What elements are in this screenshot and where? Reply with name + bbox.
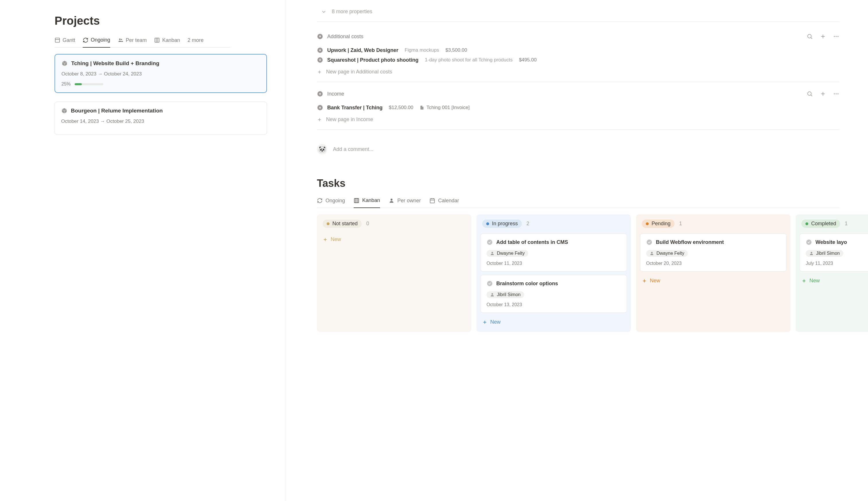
- task-card[interactable]: Website layo Jibril Simon July 11, 2023: [800, 234, 868, 271]
- kanban-new-completed[interactable]: New: [800, 275, 868, 287]
- svg-point-14: [838, 36, 839, 37]
- svg-rect-30: [354, 198, 359, 203]
- more-views[interactable]: 2 more: [188, 37, 203, 47]
- plus-icon[interactable]: [820, 33, 826, 40]
- tasks-tab-label: Kanban: [362, 198, 380, 203]
- task-owner: Dwayne Felty: [487, 250, 528, 257]
- new-label: New: [490, 319, 500, 325]
- svg-point-46: [647, 239, 652, 245]
- ongoing-icon: [83, 37, 88, 43]
- more-icon[interactable]: [833, 91, 839, 97]
- tab-ongoing[interactable]: Ongoing: [83, 37, 110, 47]
- income-file[interactable]: Tching 001 [Invoice]: [420, 105, 469, 110]
- task-owner: Jibril Simon: [806, 250, 843, 257]
- tab-per-team[interactable]: Per team: [118, 37, 147, 47]
- tasks-tab-ongoing[interactable]: Ongoing: [317, 198, 345, 208]
- task-card[interactable]: Brainstorm color options Jibril Simon Oc…: [480, 275, 627, 313]
- search-icon[interactable]: [807, 91, 813, 97]
- svg-point-51: [811, 252, 812, 253]
- kanban-icon: [353, 198, 359, 203]
- status-pill-pending[interactable]: Pending: [642, 220, 675, 228]
- svg-rect-0: [55, 38, 60, 42]
- cost-amount: $3,500.00: [445, 47, 467, 53]
- task-card[interactable]: Add table of contents in CMS Dwayne Felt…: [480, 234, 627, 271]
- tasks-tab-per-owner[interactable]: Per owner: [389, 198, 421, 208]
- cost-title: Upwork | Zaid, Web Designer: [327, 47, 399, 53]
- gantt-icon: [54, 37, 60, 43]
- status-pill-not-started[interactable]: Not started: [322, 220, 362, 228]
- comment-placeholder: Add a comment...: [333, 146, 373, 152]
- cost-title: Squareshot | Product photo shooting: [327, 57, 419, 63]
- task-date: October 11, 2023: [487, 261, 621, 266]
- project-card-bourgeon[interactable]: Bourgeon | Relume Implementation October…: [54, 102, 267, 135]
- tasks-tab-label: Per owner: [397, 198, 421, 204]
- person-icon: [389, 198, 394, 203]
- projects-view-tabs: Gantt Ongoing Per team Kanban 2 more: [54, 37, 231, 47]
- plus-icon: [317, 70, 322, 75]
- income-header[interactable]: Income: [317, 91, 839, 97]
- comment-row[interactable]: 🐼 Add a comment...: [317, 138, 839, 166]
- income-section: Income Bank Transfer | Tching $12,500.00…: [317, 91, 839, 130]
- check-circle-icon: [487, 280, 493, 287]
- task-owner: Jibril Simon: [487, 291, 524, 298]
- kanban-new-pending[interactable]: New: [640, 275, 786, 287]
- new-page-income[interactable]: New page in Income: [317, 113, 839, 127]
- person-icon: [649, 251, 654, 256]
- projects-panel: Projects Gantt Ongoing Per team Kanban 2…: [0, 0, 285, 501]
- status-dot: [327, 222, 329, 225]
- arrow-down-circle-icon: [317, 47, 323, 53]
- owner-name: Dwayne Felty: [497, 251, 525, 256]
- task-date: October 20, 2023: [646, 261, 781, 266]
- svg-point-26: [838, 93, 839, 94]
- plus-icon: [322, 237, 328, 242]
- kanban-new-not-started[interactable]: New: [321, 234, 467, 245]
- task-date: July 11, 2023: [806, 261, 868, 266]
- additional-costs-section: Additional costs Upwork | Zaid, Web Desi…: [317, 33, 839, 82]
- tab-gantt[interactable]: Gantt: [54, 37, 75, 47]
- svg-point-47: [651, 252, 653, 253]
- more-properties-toggle[interactable]: 8 more properties: [317, 6, 839, 22]
- cost-row-squareshot[interactable]: Squareshot | Product photo shooting 1-da…: [317, 55, 839, 65]
- tab-kanban[interactable]: Kanban: [154, 37, 180, 47]
- projects-title: Projects: [54, 14, 231, 27]
- project-card-title-text: Bourgeon | Relume Implementation: [71, 108, 163, 114]
- additional-costs-header[interactable]: Additional costs: [317, 33, 839, 40]
- cost-meta: Figma mockups: [405, 47, 439, 53]
- kanban-col-pending: Pending 1 Build Webflow environment Dway…: [636, 214, 791, 332]
- check-circle-icon: [806, 239, 812, 245]
- income-row-bank-transfer[interactable]: Bank Transfer | Tching $12,500.00 Tching…: [317, 103, 839, 113]
- svg-point-40: [487, 239, 492, 245]
- task-card[interactable]: Build Webflow environment Dwayne Felty O…: [640, 234, 786, 271]
- income-title: Bank Transfer | Tching: [327, 105, 383, 111]
- new-label: New: [650, 278, 660, 284]
- svg-rect-34: [430, 199, 435, 203]
- kanban-board: Not started 0 New In progress 2: [317, 214, 839, 332]
- cost-amount: $495.00: [519, 57, 537, 63]
- project-progress-pct: 25%: [61, 82, 71, 87]
- file-icon: [420, 105, 424, 110]
- owner-name: Jibril Simon: [816, 251, 840, 256]
- plus-icon[interactable]: [820, 91, 826, 97]
- more-icon[interactable]: [833, 33, 839, 40]
- arrow-up-circle-icon: [317, 91, 323, 97]
- project-card-tching[interactable]: Tching | Website Build + Branding Octobe…: [54, 54, 267, 93]
- owner-name: Dwayne Felty: [656, 251, 684, 256]
- search-icon[interactable]: [807, 33, 813, 40]
- status-pill-completed[interactable]: Completed: [802, 220, 840, 228]
- tasks-view-tabs: Ongoing Kanban Per owner Calendar: [317, 198, 839, 208]
- status-pill-in-progress[interactable]: In progress: [482, 220, 522, 228]
- svg-point-50: [806, 239, 812, 245]
- kanban-new-in-progress[interactable]: New: [480, 316, 627, 328]
- tasks-tab-kanban[interactable]: Kanban: [353, 198, 380, 208]
- svg-rect-4: [155, 38, 159, 42]
- new-page-additional-costs[interactable]: New page in Additional costs: [317, 65, 839, 79]
- svg-point-8: [808, 34, 812, 38]
- status-dot: [805, 222, 808, 225]
- status-dot: [486, 222, 489, 225]
- project-cards: Tching | Website Build + Branding Octobe…: [54, 54, 231, 135]
- tasks-title: Tasks: [317, 177, 839, 189]
- plus-icon: [642, 278, 647, 284]
- cost-row-upwork[interactable]: Upwork | Zaid, Web Designer Figma mockup…: [317, 45, 839, 55]
- task-title: Website layo: [815, 239, 847, 245]
- tasks-tab-calendar[interactable]: Calendar: [430, 198, 459, 208]
